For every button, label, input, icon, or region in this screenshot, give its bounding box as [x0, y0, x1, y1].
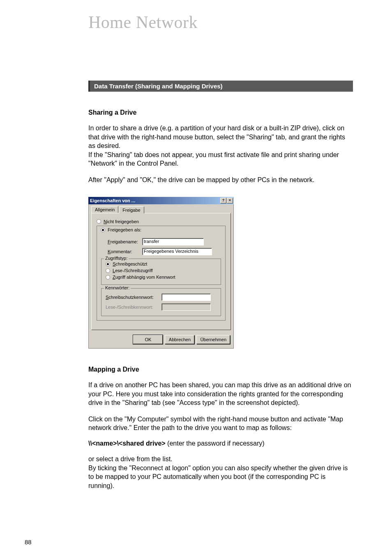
tab-panel-sharing: Nicht freigegeben Freigegeben als: Freig… — [91, 213, 231, 331]
radio-shared-as-label: Freigegeben als: — [108, 227, 141, 232]
comment-input[interactable]: Freigegebenes Verzeichnis — [142, 248, 212, 255]
radio-not-shared-label: Nicht freigegeben — [104, 219, 139, 224]
readonly-pwd-label: Schreibschutzkennwort: — [106, 295, 159, 300]
radio-pwd-row[interactable]: Zugriff abhängig vom Kennwort — [106, 275, 217, 280]
dialog-titlebar: Eigenschaften von ... ? × — [88, 197, 234, 204]
radio-readonly-row[interactable]: Schreibgeschützt — [106, 261, 217, 266]
sharing-p1: In order to share a drive (e.g. a partit… — [88, 124, 353, 150]
apply-button[interactable]: Übernehmen — [196, 335, 230, 344]
mapping-p2: Click on the "My Computer" symbol with t… — [88, 415, 353, 432]
tab-general[interactable]: Allgemein — [91, 206, 118, 213]
passwords-fieldset: Kennwörter: Schreibschutzkennwort: Lese-… — [101, 288, 221, 316]
radio-not-shared-row[interactable]: Nicht freigegeben — [97, 219, 226, 224]
readonly-pwd-input[interactable] — [161, 294, 211, 301]
radio-readonly-label: Schreibgeschützt — [113, 261, 147, 266]
radio-shared-as-row[interactable]: Freigegeben als: — [99, 227, 143, 232]
readwrite-pwd-label: Lese-/Schreibkennwort: — [106, 305, 159, 310]
mapping-p4: By ticking the "Reconnect at logon" opti… — [88, 464, 353, 490]
mapping-heading: Mapping a Drive — [88, 366, 353, 373]
properties-dialog: Eigenschaften von ... ? × Allgemein Frei… — [88, 197, 234, 349]
share-name-label: Freigabename: — [108, 239, 140, 244]
radio-pwd[interactable] — [106, 275, 110, 280]
share-name-input[interactable]: transfer — [142, 238, 204, 245]
mapping-p1: If a drive on another PC has been shared… — [88, 381, 353, 407]
passwords-legend: Kennwörter: — [104, 285, 131, 290]
cancel-button[interactable]: Abbrechen — [165, 335, 194, 344]
radio-readwrite-row[interactable]: Lese-/Schreibzugriff — [106, 268, 217, 273]
section-bar: Data Transfer (Sharing and Mapping Drive… — [88, 81, 353, 92]
help-button[interactable]: ? — [220, 198, 226, 203]
radio-not-shared[interactable] — [97, 219, 101, 224]
access-type-legend: Zugriffstyp: — [104, 256, 129, 261]
tab-sharing[interactable]: Freigabe — [119, 206, 144, 213]
mapping-path-rest: (enter the password if necessary) — [166, 440, 265, 447]
radio-readwrite[interactable] — [106, 268, 110, 273]
sharing-heading: Sharing a Drive — [88, 109, 353, 116]
mapping-p3: or select a drive from the list. — [88, 455, 353, 464]
page-number: 88 — [25, 539, 32, 545]
shared-as-fieldset: Freigegeben als: Freigabename: transfer … — [97, 226, 226, 321]
radio-shared-as[interactable] — [101, 228, 105, 232]
mapping-path-bold: \\<name>\<shared drive> — [88, 440, 166, 447]
sharing-p3: After "Apply" and "OK," the drive can be… — [88, 176, 353, 185]
radio-pwd-label: Zugriff abhängig vom Kennwort — [113, 275, 175, 280]
dialog-title: Eigenschaften von ... — [90, 198, 135, 203]
ok-button[interactable]: OK — [133, 335, 163, 344]
close-button[interactable]: × — [227, 198, 233, 203]
radio-readwrite-label: Lese-/Schreibzugriff — [113, 268, 153, 273]
access-type-fieldset: Zugriffstyp: Schreibgeschützt Lese-/Schr… — [101, 259, 221, 285]
radio-readonly[interactable] — [106, 262, 110, 266]
readwrite-pwd-input — [161, 303, 211, 311]
mapping-path-line: \\<name>\<shared drive> (enter the passw… — [88, 440, 353, 447]
page-title: Home Network — [88, 12, 353, 32]
comment-label: Kommentar: — [108, 249, 140, 254]
sharing-p2: If the "Sharing" tab does not appear, yo… — [88, 150, 353, 168]
